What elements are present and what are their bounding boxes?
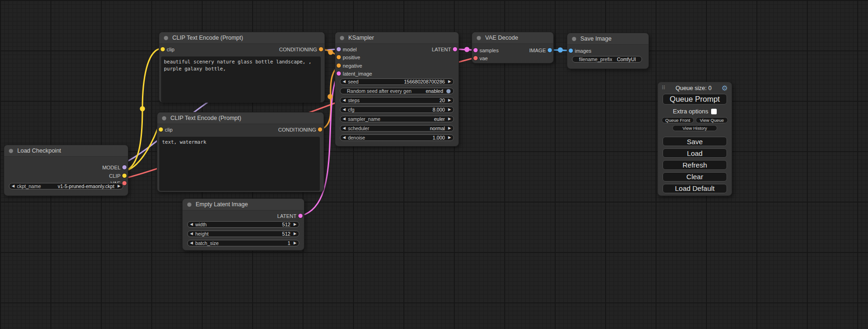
collapse-dot-icon[interactable]	[9, 149, 13, 153]
decrement-arrow-icon[interactable]: ◀	[190, 223, 193, 226]
scheduler-widget[interactable]: ◀ scheduler normal ▶	[340, 125, 454, 132]
seed-widget[interactable]: ◀ seed 156680208700286 ▶	[340, 78, 454, 85]
node-clip-text-encode-positive[interactable]: CLIP Text Encode (Prompt) clip CONDITION…	[159, 32, 325, 103]
width-widget[interactable]: ◀ width 512 ▶	[187, 221, 299, 228]
ckpt-name-widget[interactable]: ◀ ckpt_name v1-5-pruned-emaonly.ckpt ▶	[9, 183, 123, 189]
node-title: CLIP Text Encode (Prompt)	[170, 115, 241, 121]
extra-options-checkbox[interactable]	[711, 109, 717, 114]
node-title: Empty Latent Image	[196, 201, 248, 208]
model-input-port-icon[interactable]	[337, 47, 341, 51]
decrement-arrow-icon[interactable]: ◀	[343, 80, 346, 84]
increment-arrow-icon[interactable]: ▶	[294, 223, 296, 226]
refresh-button[interactable]: Refresh	[663, 160, 727, 169]
increment-arrow-icon[interactable]: ▶	[448, 80, 451, 84]
settings-gear-icon[interactable]: ⚙	[722, 84, 728, 91]
widget-value: 1.000	[433, 135, 445, 140]
link-clip-to-positive	[125, 49, 159, 171]
negative-prompt-textarea[interactable]: text, watermark	[159, 137, 320, 191]
widget-value: 512	[282, 222, 290, 227]
node-ksampler[interactable]: KSampler model positive negative latent_…	[335, 32, 459, 147]
widget-value: 1	[288, 240, 290, 246]
collapse-dot-icon[interactable]	[187, 203, 191, 207]
clip-input-port-icon[interactable]	[159, 127, 163, 132]
view-queue-button[interactable]: View Queue	[696, 117, 728, 123]
positive-input-port-icon[interactable]	[337, 55, 341, 59]
decrement-arrow-icon[interactable]: ◀	[12, 184, 14, 188]
clear-button[interactable]: Clear	[663, 172, 727, 182]
height-widget[interactable]: ◀ height 512 ▶	[187, 231, 299, 237]
vae-input-port-icon[interactable]	[473, 56, 478, 60]
increment-arrow-icon[interactable]: ▶	[448, 126, 451, 130]
node-load-checkpoint[interactable]: Load Checkpoint MODEL CLIP VAE ◀ ckpt_na…	[4, 145, 128, 196]
queue-front-button[interactable]: Queue Front	[662, 117, 694, 123]
increment-arrow-icon[interactable]: ▶	[448, 108, 451, 112]
increment-arrow-icon[interactable]: ▶	[448, 98, 451, 102]
increment-arrow-icon[interactable]: ▶	[448, 117, 451, 121]
collapse-dot-icon[interactable]	[162, 116, 166, 120]
positive-prompt-textarea[interactable]: beautiful scenery nature glass bottle la…	[161, 56, 321, 102]
load-default-button[interactable]: Load Default	[663, 184, 727, 193]
latent-output-port-icon[interactable]	[298, 214, 303, 218]
drag-handle-icon[interactable]: ⠿	[662, 85, 665, 91]
toggle-dot-icon[interactable]	[446, 89, 451, 93]
load-button[interactable]: Load	[663, 148, 727, 158]
node-header[interactable]: Load Checkpoint	[4, 145, 128, 157]
node-header[interactable]: Empty Latent Image	[183, 199, 304, 210]
node-title: Save Image	[580, 35, 612, 42]
node-header[interactable]: Save Image	[567, 33, 649, 45]
decrement-arrow-icon[interactable]: ◀	[343, 98, 346, 102]
node-header[interactable]: CLIP Text Encode (Prompt)	[159, 32, 325, 44]
widget-label: cfg	[348, 107, 354, 112]
node-title: CLIP Text Encode (Prompt)	[172, 35, 243, 41]
conditioning-output-port-icon[interactable]	[319, 47, 323, 51]
increment-arrow-icon[interactable]: ▶	[118, 184, 120, 188]
random-seed-toggle-widget[interactable]: Random seed after every gen enabled	[340, 88, 454, 94]
node-clip-text-encode-negative[interactable]: CLIP Text Encode (Prompt) clip CONDITION…	[157, 112, 324, 192]
widget-label: height	[195, 231, 209, 237]
latent-output-label: LATENT	[277, 213, 296, 219]
save-button[interactable]: Save	[663, 137, 727, 146]
filename-prefix-widget[interactable]: filename_prefix ComfyUI	[572, 56, 642, 63]
samples-input-label: samples	[480, 47, 499, 54]
queue-prompt-button[interactable]: Queue Prompt	[663, 94, 727, 105]
latent-image-input-port-icon[interactable]	[337, 71, 341, 76]
samples-input-port-icon[interactable]	[473, 48, 478, 52]
cfg-widget[interactable]: ◀ cfg 8.000 ▶	[340, 106, 454, 113]
collapse-dot-icon[interactable]	[477, 36, 481, 40]
increment-arrow-icon[interactable]: ▶	[294, 241, 296, 245]
node-empty-latent-image[interactable]: Empty Latent Image LATENT ◀ width 512 ▶ …	[182, 198, 304, 251]
model-output-port-icon[interactable]	[122, 165, 127, 169]
collapse-dot-icon[interactable]	[340, 36, 344, 40]
negative-input-port-icon[interactable]	[337, 63, 341, 68]
increment-arrow-icon[interactable]: ▶	[294, 232, 296, 236]
sampler-name-widget[interactable]: ◀ sampler_name euler ▶	[340, 116, 454, 122]
increment-arrow-icon[interactable]: ▶	[448, 136, 451, 140]
clip-input-port-icon[interactable]	[161, 47, 165, 51]
node-save-image[interactable]: Save Image images filename_prefix ComfyU…	[567, 33, 649, 69]
widget-label: steps	[348, 98, 360, 103]
widget-value: euler	[434, 116, 445, 122]
denoise-widget[interactable]: ◀ denoise 1.000 ▶	[340, 134, 454, 141]
view-history-button[interactable]: View History	[672, 125, 717, 131]
decrement-arrow-icon[interactable]: ◀	[343, 126, 346, 130]
node-vae-decode[interactable]: VAE Decode samples vae IMAGE	[472, 32, 554, 63]
image-output-port-icon[interactable]	[548, 48, 552, 52]
clip-output-port-icon[interactable]	[122, 174, 127, 178]
conditioning-output-port-icon[interactable]	[318, 127, 322, 132]
batch-size-widget[interactable]: ◀ batch_size 1 ▶	[187, 240, 299, 246]
collapse-dot-icon[interactable]	[572, 37, 576, 41]
decrement-arrow-icon[interactable]: ◀	[343, 136, 346, 140]
decrement-arrow-icon[interactable]: ◀	[190, 232, 193, 236]
images-input-port-icon[interactable]	[569, 49, 573, 53]
images-input-label: images	[575, 48, 591, 54]
node-header[interactable]: CLIP Text Encode (Prompt)	[157, 112, 324, 124]
latent-output-port-icon[interactable]	[453, 47, 457, 51]
decrement-arrow-icon[interactable]: ◀	[343, 108, 346, 112]
image-output-label: IMAGE	[529, 47, 546, 54]
collapse-dot-icon[interactable]	[164, 36, 168, 40]
node-header[interactable]: VAE Decode	[472, 32, 553, 44]
decrement-arrow-icon[interactable]: ◀	[343, 117, 346, 121]
steps-widget[interactable]: ◀ steps 20 ▶	[340, 97, 454, 104]
decrement-arrow-icon[interactable]: ◀	[190, 241, 193, 245]
node-header[interactable]: KSampler	[335, 32, 459, 44]
